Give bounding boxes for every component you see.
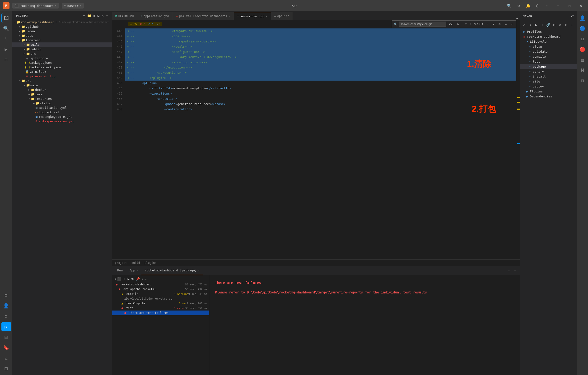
more-action[interactable]: ⋯ (543, 2, 551, 10)
maven-add-btn[interactable]: + (540, 22, 545, 28)
git-icon[interactable]: ⑂ (1, 34, 11, 44)
run-item-testfailures[interactable]: ● There are test failures (112, 311, 209, 315)
tab-applica[interactable]: ◈ applica (271, 12, 293, 20)
run-item-org[interactable]: ● org.apache.rocketm… 55 sec, 732 ms (112, 287, 209, 292)
run-toolbar-resume[interactable]: ▶ (127, 277, 129, 281)
bottom-tab-package[interactable]: rocketmq-dashboard [package] ✕ (141, 266, 203, 275)
maven-item-clean[interactable]: ⊙ clean (520, 44, 577, 49)
right-icon-6[interactable]: M (578, 65, 587, 75)
maven-item-profiles[interactable]: ▶ Profiles (520, 29, 577, 34)
yarnerrorlog-tab-close[interactable]: ✕ (266, 15, 267, 18)
new-folder-icon[interactable]: 📁 (87, 14, 91, 18)
bottom-tab-app[interactable]: App ✕ (126, 266, 141, 275)
run-item-testcompile[interactable]: ▲ testCompile 1 war 7 sec, 107 ms (112, 301, 209, 306)
maven-more-btn[interactable]: ⋯ (570, 22, 575, 28)
tree-java[interactable]: ▶ 📁 java (12, 92, 112, 96)
minimize-button[interactable]: ─ (554, 1, 562, 10)
tree-applicationyml[interactable]: ▣ application.yml (12, 105, 112, 110)
tree-src[interactable]: ▾ 📁 src (12, 79, 112, 83)
find-word-btn[interactable]: W (456, 22, 461, 27)
tab-applicationyml[interactable]: ⚙ application.yml (137, 12, 173, 20)
maven-item-site[interactable]: ⊙ site (520, 79, 577, 84)
project-button[interactable]: ⬛ rocketmq-dashboard ▾ (12, 3, 59, 9)
tree-rolepermission[interactable]: ⊘ role-permission.yml (12, 119, 112, 123)
run-toolbar-more[interactable]: ⋯ (145, 277, 147, 281)
run-toolbar-pause[interactable]: ⏸ (123, 277, 126, 281)
maven-collapse-btn[interactable]: ⊟ (564, 22, 569, 28)
tree-yarnlock[interactable]: 🔒 yarn.lock (12, 70, 112, 74)
bottom-tab-run[interactable]: Run (114, 266, 126, 275)
tree-jks[interactable]: ▣ rmqcngkeystore.jks (12, 114, 112, 119)
run-toolbar-pin[interactable]: 📌 (136, 277, 140, 281)
run-item-compile[interactable]: ▲ compile 1 warning 9 sec, 49 ms (112, 292, 209, 296)
maven-settings-btn[interactable]: ⚙ (558, 22, 563, 28)
panel-minimize-btn[interactable]: ─ (513, 268, 518, 273)
search-icon[interactable]: 🔍 (1, 24, 11, 33)
run-toolbar-stop[interactable]: ⬛ (117, 277, 121, 281)
tree-yarnerrorlog[interactable]: ⊘ yarn-error.log (12, 74, 112, 79)
tree-docs[interactable]: ▶ 📁 docs (12, 33, 112, 38)
app-tab-close[interactable]: ✕ (136, 269, 138, 272)
find-input[interactable] (399, 21, 446, 27)
extensions-icon[interactable]: ⊞ (1, 55, 11, 64)
collapse-icon[interactable]: ⊟ (97, 14, 100, 18)
run-toolbar-eye[interactable]: 👁 (131, 277, 134, 281)
maven-item-lifecycle[interactable]: ▾ Lifecycle (520, 39, 577, 44)
right-icon-1[interactable]: 👤 (578, 13, 587, 23)
tree-build[interactable]: ▶ 📁 build (12, 42, 112, 47)
maven-item-compile[interactable]: ⊙ compile (520, 54, 577, 59)
tree-public[interactable]: ▶ 📁 public (12, 47, 112, 51)
search-action[interactable]: 🔍 (505, 2, 513, 10)
right-icon-7[interactable]: ⊟ (578, 76, 587, 85)
find-prev-btn[interactable]: ↑ (485, 22, 490, 27)
maven-item-install[interactable]: ⊙ install (520, 74, 577, 79)
maven-download-btn[interactable]: ⬇ (528, 22, 533, 28)
tree-idea[interactable]: ▶ 📁 .idea (12, 29, 112, 33)
maven-unlink-btn[interactable]: ⊟ (552, 22, 557, 28)
tree-frontend-src[interactable]: ▶ 📁 src (12, 51, 112, 56)
refresh-icon[interactable]: ↺ (93, 14, 95, 18)
run-item-test[interactable]: ● test 1 error 33 sec, 551 ms (112, 306, 209, 311)
new-file-icon[interactable]: + (83, 14, 85, 18)
account-icon[interactable]: 👤 (1, 301, 11, 311)
explorer-icon[interactable] (1, 13, 11, 23)
tree-logbackxml[interactable]: ‹› logback.xml (12, 110, 112, 114)
remote-icon[interactable]: ⊡ (1, 291, 11, 300)
find-case-btn[interactable]: Cc (448, 22, 454, 27)
code-area[interactable]: <!-- <id>yarn build</id>--> <!-- <goals>… (125, 28, 516, 259)
tree-github[interactable]: ▶ 📁 .github (12, 24, 112, 29)
maven-refresh-btn[interactable]: ↺ (522, 22, 527, 28)
error-icon[interactable]: ⚠ (1, 353, 11, 363)
debug-icon[interactable]: ▶ (1, 45, 11, 54)
run-icon[interactable]: ▷ (1, 322, 11, 331)
maven-item-plugins[interactable]: ▶ Plugins (520, 89, 577, 94)
gear-icon[interactable]: ⚙ (1, 312, 11, 321)
tree-packagejson[interactable]: { } package.json (12, 61, 112, 65)
find-close-btn[interactable]: ✕ (509, 22, 514, 27)
right-icon-2[interactable]: 🔵 (578, 24, 587, 33)
tree-gitignore[interactable]: ◉ .gitignore (12, 56, 112, 61)
settings-action[interactable]: ⚙ (515, 2, 523, 10)
close-button[interactable]: ✕ (577, 1, 585, 10)
run-toolbar-down[interactable]: ⬇ (141, 277, 143, 281)
tab-overflow[interactable]: ⋯ (514, 17, 520, 20)
find-regex-btn[interactable]: .* (462, 22, 468, 27)
find-more-btn[interactable]: ⋯ (503, 22, 508, 27)
maven-item-verify[interactable]: ⊙ verify (520, 69, 577, 74)
translate-action[interactable]: ⬡ (534, 2, 542, 10)
maven-item-validate[interactable]: ⊙ validate (520, 49, 577, 54)
run-item-root[interactable]: ● rocketmq-dashboar… 56 sec, 472 ms (112, 282, 209, 287)
maven-item-package[interactable]: ⊙ package (520, 64, 577, 69)
right-icon-4[interactable]: 🔴 (578, 45, 587, 54)
branch-button[interactable]: ⑂ master ▾ (62, 3, 84, 9)
tree-root[interactable]: ▾ 📁 rocketmq-dashboard D:\Code\gitCode\r… (12, 20, 112, 24)
run-item-path[interactable]: ▲D:/Code/gitCode/rocketmq-d… (112, 296, 209, 301)
maven-run-btn[interactable]: ▶ (534, 22, 539, 28)
maven-item-deps[interactable]: ▶ Dependencies (520, 94, 577, 99)
terminal-icon[interactable]: ▤ (1, 332, 11, 342)
find-next-btn[interactable]: ↓ (491, 22, 496, 27)
tree-main[interactable]: ▾ 📁 main (12, 83, 112, 88)
tree-docker[interactable]: ▶ 📁 docker (12, 88, 112, 92)
tab-yarnerrorlog[interactable]: ≡ yarn-error.log ✕ (234, 12, 271, 20)
maven-item-test[interactable]: ⊙ test (520, 59, 577, 64)
